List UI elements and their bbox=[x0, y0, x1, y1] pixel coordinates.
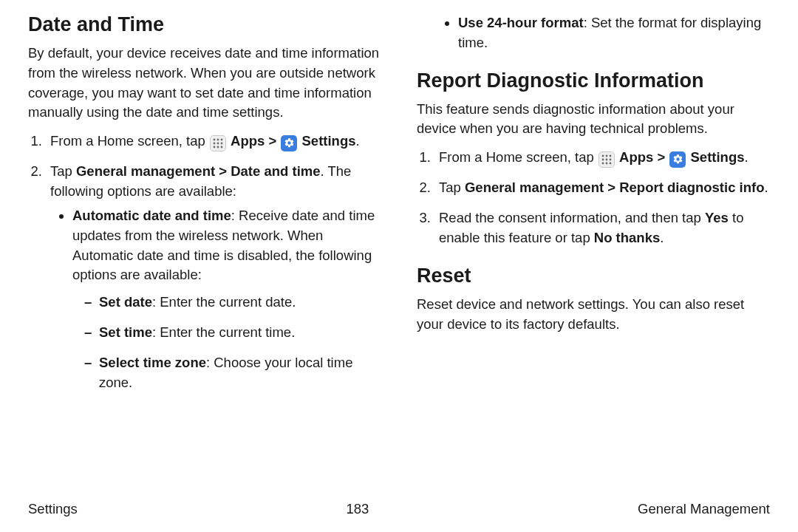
r-step-2-b: General management > Report diagnostic i… bbox=[465, 180, 765, 195]
r-step-2: Tap General management > Report diagnost… bbox=[434, 178, 770, 198]
settings-icon bbox=[669, 151, 686, 168]
svg-point-7 bbox=[216, 146, 219, 149]
step-2: Tap General management > Date and time. … bbox=[46, 162, 381, 392]
r-step-3: Read the consent information, and then t… bbox=[434, 208, 770, 248]
settings-label: Settings bbox=[302, 133, 356, 149]
svg-point-17 bbox=[609, 163, 611, 165]
steps-date-time: From a Home screen, tap Apps > Settings.… bbox=[28, 132, 381, 392]
dash-set-date-b: Set date bbox=[99, 294, 152, 310]
r-step-1-text-a: From a Home screen, tap bbox=[439, 149, 598, 165]
dashes-sub: Set date: Enter the current date. Set ti… bbox=[72, 293, 381, 392]
bullets-options: Automatic date and time: Receive date an… bbox=[50, 206, 381, 393]
chevron: > bbox=[268, 133, 280, 149]
svg-point-10 bbox=[605, 155, 607, 157]
chevron: > bbox=[657, 149, 669, 165]
step-1-text-a: From a Home screen, tap bbox=[50, 133, 209, 149]
step-1: From a Home screen, tap Apps > Settings. bbox=[46, 132, 381, 151]
svg-point-3 bbox=[213, 143, 215, 145]
svg-point-5 bbox=[220, 143, 222, 145]
steps-report: From a Home screen, tap Apps > Settings.… bbox=[417, 148, 770, 248]
bullets-continued: Use 24-hour format: Set the format for d… bbox=[436, 13, 770, 53]
paragraph-report: This feature sends diagnostic informatio… bbox=[417, 100, 770, 140]
step-2-bold: General management > Date and time bbox=[76, 163, 321, 179]
paragraph-reset: Reset device and network settings. You c… bbox=[417, 295, 770, 335]
r-step-3-no: No thanks bbox=[594, 230, 660, 245]
dash-set-date: Set date: Enter the current date. bbox=[84, 293, 381, 313]
bullet-24h-b: Use 24-hour format bbox=[458, 15, 584, 30]
apps-label: Apps bbox=[619, 149, 653, 165]
heading-reset: Reset bbox=[417, 265, 770, 287]
r-step-2-c: . bbox=[765, 180, 768, 195]
left-column: Date and Time By default, your device re… bbox=[28, 9, 381, 403]
svg-point-16 bbox=[605, 163, 607, 165]
dash-time-zone-b: Select time zone bbox=[99, 355, 206, 370]
heading-report: Report Diagnostic Information bbox=[417, 69, 770, 92]
settings-label: Settings bbox=[691, 149, 745, 165]
step-2-text-a: Tap bbox=[50, 163, 76, 179]
apps-icon bbox=[210, 135, 226, 151]
svg-point-8 bbox=[220, 146, 222, 149]
right-column: Use 24-hour format: Set the format for d… bbox=[417, 9, 770, 403]
footer-right: General Management bbox=[638, 501, 770, 517]
footer-left: Settings bbox=[28, 501, 78, 517]
r-step-3-c: . bbox=[660, 230, 664, 245]
r-step-3-a: Read the consent information, and then t… bbox=[439, 210, 705, 225]
dash-set-time-r: : Enter the current time. bbox=[152, 324, 295, 340]
svg-point-0 bbox=[213, 139, 215, 141]
svg-point-1 bbox=[216, 139, 219, 141]
r-step-3-yes: Yes bbox=[705, 210, 729, 225]
svg-point-12 bbox=[601, 159, 604, 161]
heading-date-time: Date and Time bbox=[28, 13, 381, 36]
dash-time-zone: Select time zone: Choose your local time… bbox=[84, 353, 381, 393]
svg-point-6 bbox=[213, 146, 215, 149]
r-step-1-end: . bbox=[745, 149, 748, 165]
apps-icon bbox=[598, 151, 615, 168]
svg-point-4 bbox=[216, 143, 219, 145]
svg-point-14 bbox=[609, 159, 611, 161]
page-footer: Settings 183 General Management bbox=[28, 501, 770, 517]
settings-icon bbox=[281, 135, 297, 151]
svg-point-11 bbox=[609, 155, 611, 157]
dash-set-time: Set time: Enter the current time. bbox=[84, 323, 381, 343]
svg-point-13 bbox=[605, 159, 607, 161]
bullet-auto-date-b: Automatic date and time bbox=[72, 208, 231, 223]
apps-label: Apps bbox=[231, 133, 265, 149]
bullet-auto-date: Automatic date and time: Receive date an… bbox=[72, 206, 381, 393]
dash-set-date-r: : Enter the current date. bbox=[152, 294, 296, 310]
svg-point-9 bbox=[601, 155, 604, 157]
content-columns: Date and Time By default, your device re… bbox=[28, 9, 770, 403]
step-1-end: . bbox=[356, 133, 360, 149]
dash-set-time-b: Set time bbox=[99, 324, 152, 340]
r-step-1: From a Home screen, tap Apps > Settings. bbox=[434, 148, 770, 168]
bullet-24h: Use 24-hour format: Set the format for d… bbox=[458, 13, 770, 53]
svg-point-2 bbox=[220, 139, 222, 141]
paragraph-date-time: By default, your device receives date an… bbox=[28, 44, 381, 123]
r-step-2-a: Tap bbox=[439, 180, 465, 195]
footer-page-number: 183 bbox=[347, 501, 369, 517]
svg-point-15 bbox=[601, 163, 604, 165]
